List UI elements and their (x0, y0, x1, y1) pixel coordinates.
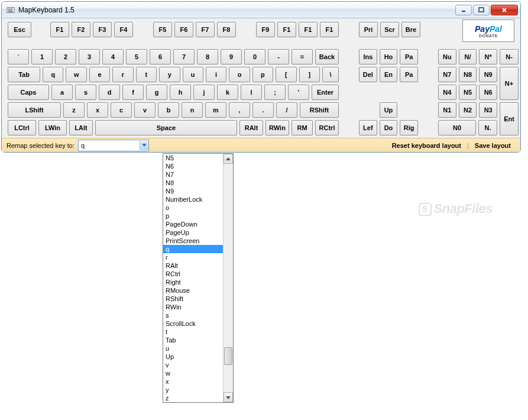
key-comma[interactable]: , (229, 102, 250, 118)
scroll-down-button[interactable] (223, 392, 233, 402)
key-rmenu[interactable]: RM (291, 120, 313, 135)
key-8[interactable]: 8 (197, 49, 218, 64)
key-n6[interactable]: N6 (479, 85, 497, 100)
key-space[interactable]: Space (95, 120, 237, 135)
key-4[interactable]: 4 (102, 49, 124, 64)
remap-dropdown-list[interactable]: N5N6N7N8N9NumberLockopPageDownPageUpPrin… (163, 153, 234, 403)
key-6[interactable]: 6 (150, 49, 171, 64)
key-w[interactable]: w (66, 67, 86, 82)
key-right[interactable]: Rig (400, 120, 418, 135)
key-home[interactable]: Ho (380, 49, 398, 64)
key-n[interactable]: n (182, 102, 203, 118)
key-lctrl[interactable]: LCtrl (8, 120, 36, 135)
key-n5[interactable]: N5 (459, 85, 477, 100)
close-button[interactable] (491, 5, 518, 15)
key-g[interactable]: g (146, 85, 167, 100)
key-f4[interactable]: F4 (114, 22, 133, 37)
key-end[interactable]: En (380, 67, 398, 82)
key-lwin[interactable]: LWin (38, 120, 67, 135)
key-ndiv[interactable]: N/ (459, 49, 477, 64)
key-ndot[interactable]: N. (478, 120, 497, 135)
key-z[interactable]: z (63, 102, 85, 118)
scroll-track[interactable] (223, 164, 233, 392)
key-i[interactable]: i (206, 67, 226, 82)
scroll-thumb[interactable] (224, 347, 232, 365)
key-l[interactable]: l (241, 85, 262, 100)
key-7[interactable]: 7 (173, 49, 195, 64)
key-3[interactable]: 3 (79, 49, 100, 64)
key-n2[interactable]: N2 (459, 102, 477, 118)
key-f3[interactable]: F3 (93, 22, 112, 37)
key-down[interactable]: Do (380, 120, 398, 135)
key-delete[interactable]: Del (359, 67, 377, 82)
key-bracket-r[interactable]: ] (299, 67, 320, 82)
key-f6[interactable]: F6 (174, 22, 193, 37)
key-scrolllock[interactable]: Scr (380, 22, 399, 37)
key-9[interactable]: 9 (221, 49, 242, 64)
key-rshift[interactable]: RShift (300, 102, 339, 118)
key-f8[interactable]: F8 (217, 22, 236, 37)
key-f5[interactable]: F5 (153, 22, 172, 37)
key-1[interactable]: 1 (31, 49, 53, 64)
key-backslash[interactable]: \ (322, 67, 339, 82)
key-semicolon[interactable]: ; (264, 85, 286, 100)
key-r[interactable]: r (112, 67, 133, 82)
key-f11[interactable]: F1 (299, 22, 318, 37)
key-m[interactable]: m (205, 102, 226, 118)
key-quote[interactable]: ' (288, 85, 309, 100)
key-f9[interactable]: F9 (256, 22, 275, 37)
key-f7[interactable]: F7 (196, 22, 215, 37)
key-v[interactable]: v (134, 102, 156, 118)
key-k[interactable]: k (217, 85, 238, 100)
key-nmul[interactable]: N* (479, 49, 497, 64)
scroll-up-button[interactable] (223, 154, 233, 164)
key-c[interactable]: c (111, 102, 132, 118)
key-equals[interactable]: = (291, 49, 313, 64)
key-d[interactable]: d (99, 85, 120, 100)
key-esc[interactable]: Esc (8, 22, 31, 37)
key-b[interactable]: b (158, 102, 179, 118)
key-p[interactable]: p (252, 67, 273, 82)
minimize-button[interactable] (455, 5, 472, 15)
key-n0[interactable]: N0 (438, 120, 476, 135)
key-x[interactable]: x (87, 102, 108, 118)
key-lshift[interactable]: LShift (8, 102, 61, 118)
key-f[interactable]: f (122, 85, 144, 100)
key-t[interactable]: t (136, 67, 157, 82)
key-o[interactable]: o (229, 67, 250, 82)
key-slash[interactable]: / (276, 102, 297, 118)
key-e[interactable]: e (89, 67, 110, 82)
key-y[interactable]: y (159, 67, 180, 82)
key-2[interactable]: 2 (55, 49, 76, 64)
key-n9[interactable]: N9 (479, 67, 497, 82)
key-0[interactable]: 0 (244, 49, 265, 64)
maximize-button[interactable] (473, 5, 490, 15)
key-insert[interactable]: Ins (359, 49, 377, 64)
key-printscreen[interactable]: Pri (359, 22, 378, 37)
key-n1[interactable]: N1 (438, 102, 456, 118)
key-minus[interactable]: - (268, 49, 289, 64)
key-f1[interactable]: F1 (50, 22, 69, 37)
key-lalt[interactable]: LAlt (69, 120, 93, 135)
key-s[interactable]: s (75, 85, 96, 100)
paypal-donate-button[interactable]: PayPal DONATE (462, 20, 514, 42)
key-rwin[interactable]: RWin (265, 120, 289, 135)
key-tab[interactable]: Tab (8, 67, 40, 82)
key-backtick[interactable]: ` (8, 49, 29, 64)
key-enter[interactable]: Enter (312, 85, 339, 100)
save-layout-button[interactable]: Save layout (470, 142, 516, 149)
key-nenter[interactable]: Ent (500, 102, 519, 135)
key-u[interactable]: u (183, 67, 203, 82)
key-f2[interactable]: F2 (72, 22, 90, 37)
remap-select[interactable]: q (78, 140, 149, 151)
key-rctrl[interactable]: RCtrl (315, 120, 339, 135)
key-j[interactable]: j (193, 85, 215, 100)
scrollbar[interactable] (223, 154, 233, 402)
key-left[interactable]: Lef (359, 120, 377, 135)
key-h[interactable]: h (170, 85, 191, 100)
key-a[interactable]: a (51, 85, 73, 100)
key-5[interactable]: 5 (126, 49, 147, 64)
key-pageup[interactable]: Pa (400, 49, 418, 64)
key-n4[interactable]: N4 (438, 85, 456, 100)
key-n7[interactable]: N7 (438, 67, 456, 82)
